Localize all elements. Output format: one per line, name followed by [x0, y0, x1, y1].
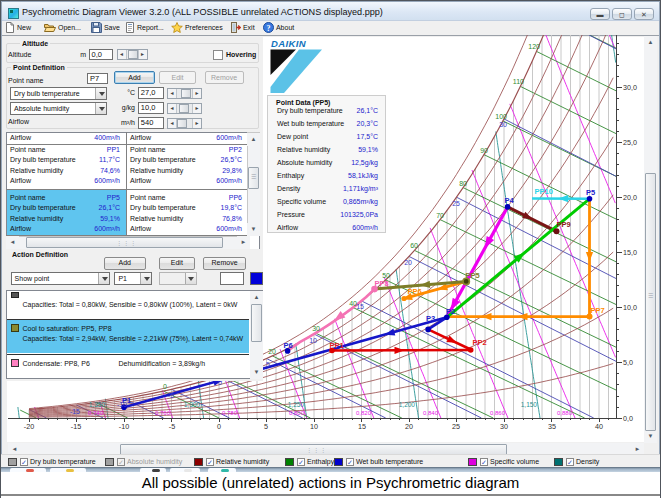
svg-text:PP8: PP8: [375, 279, 389, 288]
svg-text:PP5: PP5: [466, 271, 480, 280]
svg-text:35: 35: [548, 422, 556, 431]
svg-text:-5: -5: [169, 422, 175, 431]
svg-text:110: 110: [513, 78, 524, 85]
svg-text:0,860: 0,860: [490, 410, 506, 416]
svg-text:20: 20: [405, 422, 413, 431]
svg-text:120: 120: [528, 43, 540, 50]
svg-text:0,780: 0,780: [222, 410, 238, 416]
svg-text:PP9: PP9: [557, 220, 571, 229]
svg-text:15: 15: [356, 303, 364, 310]
svg-text:15,0: 15,0: [623, 248, 637, 257]
svg-text:0: 0: [163, 383, 167, 390]
svg-text:1,250: 1,250: [288, 401, 305, 408]
svg-text:20,0: 20,0: [623, 193, 637, 202]
svg-text:1,300: 1,300: [184, 401, 201, 408]
svg-text:90: 90: [480, 147, 488, 154]
svg-text:-15: -15: [71, 422, 81, 431]
svg-text:0,880: 0,880: [557, 410, 573, 416]
svg-text:50: 50: [382, 272, 390, 279]
svg-text:P4: P4: [505, 196, 515, 205]
svg-text:40: 40: [595, 422, 603, 431]
svg-text:?: ?: [267, 24, 271, 33]
svg-text:5,0: 5,0: [623, 358, 633, 367]
svg-text:P5: P5: [586, 188, 595, 197]
svg-text:20: 20: [404, 259, 412, 266]
svg-text:-5: -5: [168, 392, 174, 399]
svg-text:5: 5: [266, 361, 270, 368]
svg-text:P2: P2: [446, 307, 455, 316]
svg-text:PP10: PP10: [535, 187, 553, 196]
svg-text:100: 100: [495, 113, 507, 120]
svg-text:5: 5: [264, 422, 268, 431]
svg-text:25: 25: [452, 422, 460, 431]
svg-text:PP2: PP2: [473, 338, 487, 347]
svg-text:0,0: 0,0: [623, 414, 633, 423]
svg-text:15: 15: [358, 422, 366, 431]
svg-text:30,0: 30,0: [623, 83, 637, 92]
svg-text:0,840: 0,840: [423, 410, 439, 416]
svg-text:-10: -10: [119, 422, 129, 431]
svg-text:PP7: PP7: [591, 306, 605, 315]
svg-text:80: 80: [459, 180, 467, 187]
svg-text:20: 20: [268, 348, 276, 355]
svg-text:0,740: 0,740: [88, 410, 104, 416]
svg-text:60: 60: [410, 242, 418, 249]
svg-text:-20: -20: [24, 422, 34, 431]
svg-text:30: 30: [312, 325, 320, 332]
svg-text:P1: P1: [122, 396, 131, 405]
svg-text:30: 30: [500, 422, 508, 431]
svg-text:30: 30: [499, 121, 507, 128]
svg-text:P3: P3: [426, 314, 435, 323]
svg-text:0: 0: [217, 422, 221, 431]
svg-text:PP1: PP1: [330, 341, 344, 350]
svg-text:PP6: PP6: [408, 287, 422, 296]
svg-text:10,0: 10,0: [623, 303, 637, 312]
svg-text:1,150: 1,150: [521, 401, 538, 408]
svg-text:0,820: 0,820: [356, 410, 372, 416]
svg-text:1,350: 1,350: [89, 401, 106, 408]
svg-text:70: 70: [436, 212, 444, 219]
svg-text:0,760: 0,760: [155, 410, 171, 416]
svg-text:-15: -15: [70, 408, 80, 415]
svg-text:25: 25: [452, 200, 460, 207]
svg-text:25,0: 25,0: [623, 138, 637, 147]
svg-text:0,800: 0,800: [289, 410, 305, 416]
svg-text:P6: P6: [284, 341, 293, 350]
svg-text:10: 10: [310, 422, 318, 431]
svg-text:10: 10: [309, 337, 317, 344]
svg-text:1,200: 1,200: [399, 401, 416, 408]
